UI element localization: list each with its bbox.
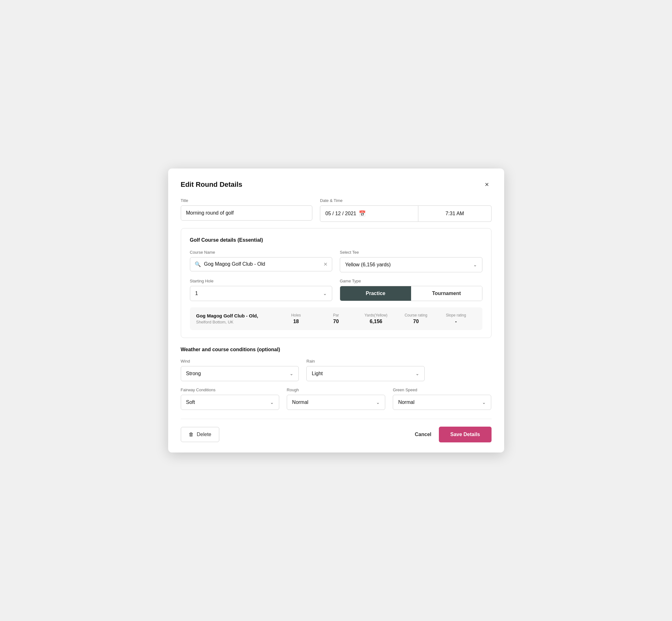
time-input[interactable]: 7:31 AM [418,205,491,222]
select-tee-value: Yellow (6,156 yards) [345,262,390,267]
course-name-group: Course Name 🔍 ✕ [190,250,333,272]
clear-icon[interactable]: ✕ [323,261,328,267]
game-type-label: Game Type [340,279,482,283]
fairway-label: Fairway Conditions [181,387,279,392]
starting-hole-group: Starting Hole 1 ⌄ [190,279,333,301]
starting-hole-dropdown[interactable]: 1 ⌄ [190,286,333,301]
chevron-down-icon-2: ⌄ [323,291,327,296]
yards-value: 6,156 [356,319,396,324]
par-label: Par [316,313,356,318]
footer-right: Cancel Save Details [415,427,492,443]
search-icon: 🔍 [195,261,201,267]
chevron-down-icon-3: ⌄ [290,371,293,376]
rain-group: Rain Light ⌄ [306,359,425,381]
tournament-button[interactable]: Tournament [411,286,482,301]
weather-section: Weather and course conditions (optional)… [181,347,492,410]
delete-button[interactable]: 🗑 Delete [181,427,219,442]
modal-header: Edit Round Details × [181,180,492,189]
wind-dropdown[interactable]: Strong ⌄ [181,366,299,381]
title-field-group: Title [181,198,313,222]
rain-dropdown[interactable]: Light ⌄ [306,366,425,381]
golf-course-section: Golf Course details (Essential) Course N… [181,228,492,338]
wind-group: Wind Strong ⌄ [181,359,299,381]
holes-stat: Holes 18 [276,313,316,324]
golf-course-title: Golf Course details (Essential) [190,237,482,243]
rain-label: Rain [306,359,425,364]
wind-rain-row: Wind Strong ⌄ Rain Light ⌄ [181,359,492,381]
conditions-row: Fairway Conditions Soft ⌄ Rough Normal ⌄… [181,387,492,410]
chevron-down-icon-6: ⌄ [376,400,380,405]
yards-label: Yards(Yellow) [356,313,396,318]
date-input[interactable]: 05 / 12 / 2021 📅 [320,205,418,222]
title-input[interactable] [181,205,313,220]
course-rating-label: Course rating [396,313,436,318]
select-tee-dropdown[interactable]: Yellow (6,156 yards) ⌄ [340,257,482,272]
yards-stat: Yards(Yellow) 6,156 [356,313,396,324]
wind-value: Strong [186,371,201,376]
fairway-group: Fairway Conditions Soft ⌄ [181,387,279,410]
datetime-label: Date & Time [320,198,491,203]
green-speed-dropdown[interactable]: Normal ⌄ [393,395,491,410]
green-speed-group: Green Speed Normal ⌄ [393,387,491,410]
starting-hole-label: Starting Hole [190,279,333,283]
course-rating-value: 70 [396,319,436,324]
calendar-icon: 📅 [359,210,366,217]
trash-icon: 🗑 [189,432,194,437]
par-stat: Par 70 [316,313,356,324]
slope-rating-value: - [436,319,476,324]
date-time-inputs: 05 / 12 / 2021 📅 7:31 AM [320,205,491,222]
course-info-name-block: Gog Magog Golf Club - Old, Shelford Bott… [196,313,276,324]
rain-value: Light [312,371,323,376]
holes-value: 18 [276,319,316,324]
title-datetime-row: Title Date & Time 05 / 12 / 2021 📅 7:31 … [181,198,492,222]
green-speed-value: Normal [398,400,415,405]
select-tee-group: Select Tee Yellow (6,156 yards) ⌄ [340,250,482,272]
wind-label: Wind [181,359,299,364]
chevron-down-icon-4: ⌄ [416,371,419,376]
modal-title: Edit Round Details [181,180,243,189]
game-type-toggle: Practice Tournament [340,286,482,301]
practice-button[interactable]: Practice [340,286,411,301]
cancel-button[interactable]: Cancel [415,432,431,437]
slope-rating-stat: Slope rating - [436,313,476,324]
course-tee-row: Course Name 🔍 ✕ Select Tee Yellow (6,156… [190,250,482,272]
course-name-input[interactable]: 🔍 ✕ [190,257,333,272]
chevron-down-icon: ⌄ [473,262,477,267]
footer-divider [181,419,492,419]
delete-label: Delete [197,432,211,437]
course-info-name: Gog Magog Golf Club - Old, [196,313,276,318]
save-button[interactable]: Save Details [439,427,491,443]
course-name-field[interactable] [204,261,321,267]
rough-group: Rough Normal ⌄ [287,387,385,410]
green-speed-label: Green Speed [393,387,491,392]
rough-label: Rough [287,387,385,392]
select-tee-label: Select Tee [340,250,482,255]
par-value: 70 [316,319,356,324]
course-rating-stat: Course rating 70 [396,313,436,324]
hole-gametype-row: Starting Hole 1 ⌄ Game Type Practice Tou… [190,279,482,301]
fairway-value: Soft [186,400,195,405]
date-value: 05 / 12 / 2021 [325,211,356,216]
chevron-down-icon-5: ⌄ [270,400,274,405]
slope-rating-label: Slope rating [436,313,476,318]
title-label: Title [181,198,313,203]
time-value: 7:31 AM [446,211,464,216]
weather-section-title: Weather and course conditions (optional) [181,347,492,353]
course-info-location: Shelford Bottom, UK [196,320,276,324]
holes-label: Holes [276,313,316,318]
starting-hole-value: 1 [195,291,198,296]
course-info-card: Gog Magog Golf Club - Old, Shelford Bott… [190,307,482,330]
chevron-down-icon-7: ⌄ [482,400,486,405]
rough-value: Normal [292,400,308,405]
footer-row: 🗑 Delete Cancel Save Details [181,427,492,443]
edit-round-modal: Edit Round Details × Title Date & Time 0… [168,168,504,453]
close-button[interactable]: × [482,180,492,189]
game-type-group: Game Type Practice Tournament [340,279,482,301]
rough-dropdown[interactable]: Normal ⌄ [287,395,385,410]
fairway-dropdown[interactable]: Soft ⌄ [181,395,279,410]
course-name-label: Course Name [190,250,333,255]
datetime-field-group: Date & Time 05 / 12 / 2021 📅 7:31 AM [320,198,491,222]
